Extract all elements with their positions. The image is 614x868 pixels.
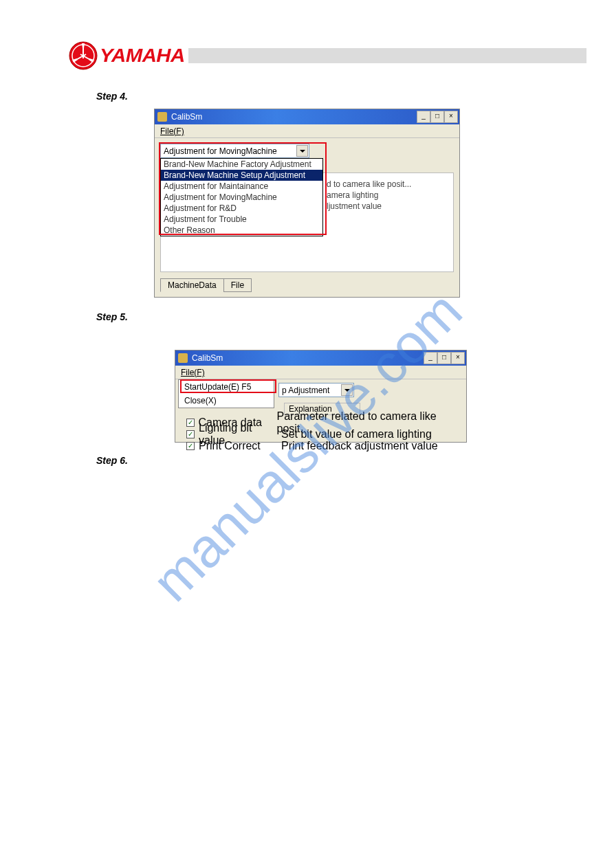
partial-explanation-text: d to camera like posit... amera lighting… (327, 179, 411, 212)
dropdown-option[interactable]: Adjustment for MovingMachine (161, 192, 322, 203)
window-controls: _ □ × (417, 111, 458, 123)
dropdown-option[interactable]: Other Reason (161, 225, 322, 236)
window-controls: _ □ × (424, 352, 465, 364)
reason-combobox[interactable]: Adjustment for MovingMachine (160, 144, 309, 158)
minimize-button[interactable]: _ (417, 111, 430, 123)
step-4-label: Step 4. (96, 91, 614, 102)
window-title: CalibSm (171, 112, 202, 122)
file-menu[interactable]: File(F) (160, 126, 184, 136)
window-title: CalibSm (192, 353, 223, 363)
item-name: Print Correct (199, 440, 281, 452)
menu-item-close[interactable]: Close(X) (179, 394, 274, 408)
app-icon (178, 353, 188, 363)
close-button[interactable]: × (451, 352, 465, 364)
yamaha-logo-icon (69, 41, 98, 70)
combobox-value: p Adjustment (282, 386, 329, 395)
minimize-button[interactable]: _ (424, 352, 437, 364)
checkbox[interactable]: ✓ (186, 442, 195, 450)
brand-logo-wrap: YAMAHA (69, 41, 183, 70)
checkbox[interactable]: ✓ (186, 430, 195, 438)
text-fragment: d to camera like posit... (327, 179, 411, 190)
titlebar: CalibSm _ □ × (175, 350, 466, 366)
dropdown-option[interactable]: Adjustment for Trouble (161, 214, 322, 225)
calibsm-window-step5: CalibSm _ □ × File(F) StartUpdate(E) F5 … (175, 350, 467, 443)
window-body: StartUpdate(E) F5 Close(X) p Adjustment … (175, 379, 466, 443)
brand-name: YAMAHA (100, 45, 185, 67)
dropdown-option[interactable]: Brand-New Machine Factory Adjustment (161, 159, 322, 170)
text-fragment: ljustment value (327, 201, 411, 212)
step-6-label: Step 6. (96, 455, 614, 466)
item-explanation: Set bit value of camera lighting (281, 428, 432, 441)
file-menu[interactable]: File(F) (181, 368, 205, 377)
step-5-label: Step 5. (96, 311, 614, 322)
chevron-down-icon[interactable] (296, 145, 308, 157)
tab-file[interactable]: File (223, 278, 252, 292)
brand-header: YAMAHA (69, 41, 586, 70)
menu-item-startupdate[interactable]: StartUpdate(E) F5 (179, 380, 274, 394)
file-menu-popup: StartUpdate(E) F5 Close(X) (178, 379, 274, 408)
menubar: File(F) (175, 366, 466, 379)
item-list: ✓ Camera data Parameter related to camer… (186, 416, 462, 452)
item-explanation: Print feedback adjustment value (281, 440, 438, 452)
checkbox[interactable]: ✓ (186, 419, 195, 427)
maximize-button[interactable]: □ (430, 111, 444, 123)
dropdown-option-selected[interactable]: Brand-New Machine Setup Adjustment (161, 170, 322, 181)
list-item: ✓ Lighting bit value Set bit value of ca… (186, 428, 462, 440)
combobox-value: Adjustment for MovingMachine (164, 146, 277, 156)
bottom-tabs: MachineData File (160, 278, 251, 292)
tab-machinedata[interactable]: MachineData (160, 278, 224, 292)
calibsm-window-step4: CalibSm _ □ × File(F) Adjustment for Mov… (154, 109, 460, 298)
brand-divider (188, 48, 586, 63)
dropdown-option[interactable]: Adjustment for R&D (161, 203, 322, 214)
chevron-down-icon[interactable] (341, 384, 353, 396)
document-page: YAMAHA Step 4. CalibSm _ □ × File(F) Adj… (0, 0, 614, 868)
text-fragment: amera lighting (327, 190, 411, 201)
app-icon (157, 112, 167, 122)
maximize-button[interactable]: □ (437, 352, 451, 364)
close-button[interactable]: × (444, 111, 458, 123)
reason-combobox-partial[interactable]: p Adjustment (278, 383, 354, 397)
dropdown-option[interactable]: Adjustment for Maintainance (161, 181, 322, 192)
reason-dropdown: Brand-New Machine Factory Adjustment Bra… (160, 158, 323, 236)
menubar: File(F) (155, 124, 459, 138)
list-item: ✓ Print Correct Print feedback adjustmen… (186, 440, 462, 452)
window-body: Adjustment for MovingMachine Brand-New M… (155, 138, 459, 296)
titlebar: CalibSm _ □ × (155, 109, 459, 124)
